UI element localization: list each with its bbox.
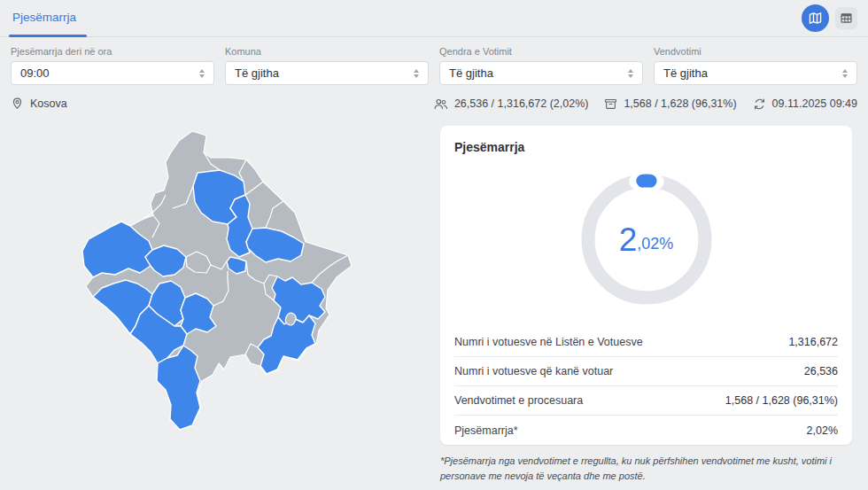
- tab-active-underline: [9, 35, 87, 37]
- header-bar: Pjesëmarrja: [0, 0, 868, 37]
- filter-vendvotimi: Vendvotimi Të gjitha: [654, 46, 857, 85]
- refresh-icon: [753, 97, 766, 111]
- filter-qendra-label: Qendra e Votimit: [439, 46, 643, 57]
- vendvotimi-select[interactable]: Të gjitha: [654, 61, 857, 85]
- stats-row: 26,536 / 1,316,672 (2,02%) 1,568 / 1,628…: [433, 97, 857, 111]
- komuna-select-value: Të gjitha: [235, 66, 279, 80]
- row-value: 1,568 / 1,628 (96,31%): [725, 394, 838, 407]
- table-row: Vendvotimet e procesuara 1,568 / 1,628 (…: [454, 386, 838, 416]
- filter-vendvotimi-label: Vendvotimi: [654, 46, 857, 57]
- map-view-icon: [808, 12, 823, 25]
- stat-polling-text: 1,568 / 1,628 (96,31%): [624, 97, 736, 110]
- komuna-select[interactable]: Të gjitha: [225, 61, 429, 85]
- row-value: 1,316,672: [788, 336, 838, 348]
- donut-percent-label: 2 ,02%: [574, 167, 719, 312]
- turnout-donut: 2 ,02%: [574, 167, 719, 312]
- municipality-shape-enclave[interactable]: [285, 313, 296, 325]
- table-row: Numri i votuesve që kanë votuar 26,536: [454, 357, 838, 386]
- filter-qendra: Qendra e Votimit Të gjitha: [439, 46, 643, 85]
- time-select-value: 09:00: [20, 66, 50, 80]
- stat-polling: 1,568 / 1,628 (96,31%): [604, 97, 736, 111]
- filter-komuna-label: Komuna: [225, 46, 429, 57]
- stat-updated: 09.11.2025 09:49: [753, 97, 857, 111]
- row-value: 26,536: [804, 365, 838, 377]
- turnout-table: Numri i votuesve në Listën e Votuesve 1,…: [454, 328, 838, 445]
- qendra-select-value: Të gjitha: [449, 66, 493, 80]
- qendra-select[interactable]: Të gjitha: [439, 61, 643, 85]
- row-label: Numri i votuesve në Listën e Votuesve: [454, 336, 643, 348]
- stat-voters-text: 26,536 / 1,316,672 (2,02%): [454, 97, 589, 110]
- table-view-button[interactable]: [835, 7, 857, 29]
- location-pin-icon: [11, 97, 24, 111]
- view-toggle: [802, 4, 857, 32]
- filter-komuna: Komuna Të gjitha: [225, 46, 429, 85]
- ballot-box-icon: [604, 97, 617, 111]
- turnout-card: Pjesëmarrja 2 ,02% Numri i votuesve në L…: [440, 126, 852, 445]
- map-view-button[interactable]: [802, 4, 829, 32]
- row-value: 2,02%: [807, 424, 838, 437]
- location-label: Kosova: [30, 97, 67, 110]
- donut-percent-frac: ,02%: [637, 236, 673, 252]
- row-label: Pjesëmarrja*: [454, 424, 518, 437]
- vendvotimi-select-value: Të gjitha: [663, 66, 708, 80]
- donut-percent-int: 2: [619, 223, 638, 256]
- time-select[interactable]: 09:00: [11, 61, 214, 85]
- row-label: Numri i votuesve që kanë votuar: [454, 365, 613, 377]
- table-view-icon: [840, 12, 853, 25]
- kosovo-map[interactable]: [53, 124, 425, 443]
- chevron-updown-icon: [414, 69, 419, 78]
- stat-voters: 26,536 / 1,316,672 (2,02%): [433, 97, 589, 111]
- table-row: Numri i votuesve në Listën e Votuesve 1,…: [454, 328, 838, 357]
- card-title: Pjesëmarrja: [454, 140, 838, 154]
- footnote: *Pjesëmarrja nga vendvotimet e rregullta…: [440, 454, 855, 483]
- info-row: Kosova 26,536 / 1,316,672 (2,02%) 1,568 …: [11, 97, 857, 111]
- voters-icon: [433, 97, 448, 111]
- chevron-updown-icon: [628, 69, 633, 78]
- chevron-updown-icon: [199, 69, 205, 78]
- tab-pjesemarrja[interactable]: Pjesëmarrja: [12, 11, 76, 24]
- filter-time: Pjesëmarrja deri në ora 09:00: [11, 46, 214, 85]
- table-row: Pjesëmarrja* 2,02%: [454, 416, 838, 445]
- stat-updated-text: 09.11.2025 09:49: [772, 97, 857, 110]
- chevron-updown-icon: [842, 69, 848, 78]
- row-label: Vendvotimet e procesuara: [454, 394, 583, 407]
- location: Kosova: [11, 97, 67, 111]
- filter-row: Pjesëmarrja deri në ora 09:00 Komuna Të …: [11, 46, 857, 85]
- filter-time-label: Pjesëmarrja deri në ora: [11, 46, 214, 57]
